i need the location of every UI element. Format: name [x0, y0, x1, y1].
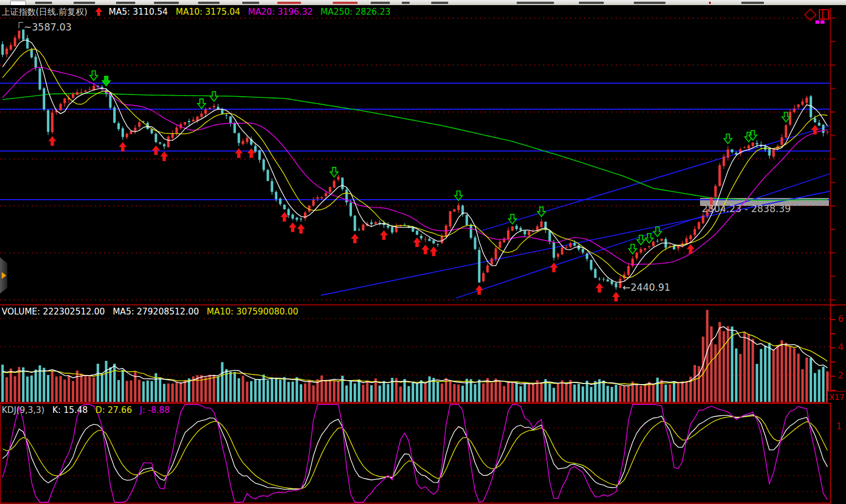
kdj-panel: KDJ(9,3,3) K: 15.48 D: 27.66 J: -8.88 1	[0, 403, 846, 504]
buy-signal-arrow	[811, 125, 819, 135]
sidebar-expand-tab[interactable]	[0, 257, 7, 294]
candle-body	[519, 228, 522, 230]
buy-signal-arrow	[281, 212, 289, 222]
candle-body	[797, 105, 800, 107]
menu-item-fragment[interactable]	[634, 2, 665, 4]
volume-bar	[43, 368, 45, 403]
volume-bar	[200, 375, 203, 403]
menu-item-fragment[interactable]	[431, 2, 448, 4]
volume-bar	[175, 382, 178, 403]
candle-body	[113, 107, 115, 123]
candle-body	[200, 114, 203, 117]
kdj-canvas[interactable]	[0, 403, 846, 504]
volume-bar	[436, 382, 439, 403]
menu-item-fragment[interactable]	[517, 2, 554, 4]
volume-bar	[457, 385, 459, 403]
magenta-indicator	[815, 20, 819, 24]
candle-body	[35, 57, 37, 68]
main-chart-canvas[interactable]	[0, 5, 846, 304]
volume-ma10-value: MA10: 307590080.00	[207, 307, 298, 317]
volume-bar	[793, 348, 795, 403]
candle-body	[685, 238, 688, 243]
candle-body	[528, 231, 530, 235]
volume-bar	[706, 310, 708, 403]
candle-body	[51, 113, 53, 132]
volume-bar	[420, 380, 422, 403]
candle-body	[735, 153, 737, 154]
menu-item-fragment[interactable]	[709, 2, 711, 4]
volume-bar	[723, 331, 725, 403]
sell-signal-arrow	[637, 235, 645, 245]
volume-bar	[785, 343, 787, 403]
candle-body	[213, 106, 215, 107]
x-scale-button[interactable]: X17	[827, 391, 846, 403]
candle-body	[26, 38, 28, 49]
candle-body	[1, 44, 3, 55]
sell-signal-arrow	[724, 134, 732, 144]
menu-item-fragment[interactable]	[741, 2, 764, 4]
volume-bar	[441, 384, 443, 403]
candle-body	[358, 230, 360, 230]
volume-bar	[151, 381, 153, 403]
candle-body	[117, 123, 119, 129]
sell-signal-arrow	[629, 244, 637, 254]
volume-bar	[122, 370, 124, 403]
menu-item-fragment[interactable]	[116, 2, 135, 4]
volume-bar	[590, 387, 592, 403]
buy-signal-arrow	[422, 244, 430, 254]
sell-signal-arrow	[197, 99, 205, 109]
menu-item-fragment[interactable]	[333, 2, 358, 4]
volume-axis-label-2: 2	[838, 371, 844, 381]
candle-body	[814, 118, 816, 122]
volume-value: VOLUME: 222302512.00	[2, 307, 105, 317]
volume-canvas[interactable]	[0, 305, 846, 403]
volume-bar	[10, 368, 12, 403]
candle-body	[84, 91, 87, 92]
volume-bar	[776, 346, 779, 403]
candle-body	[457, 205, 459, 210]
menu-item-fragment[interactable]	[74, 2, 95, 4]
peak-tick-mark	[19, 22, 23, 28]
volume-bar	[97, 364, 99, 403]
menu-item-fragment[interactable]	[242, 2, 259, 4]
window-layout-icon[interactable]	[819, 9, 829, 20]
volume-bar	[751, 339, 754, 403]
menu-item-fragment[interactable]	[371, 2, 390, 4]
candle-body	[63, 98, 66, 103]
menu-item-fragment[interactable]	[35, 2, 52, 4]
volume-axis-label-6: 6	[838, 314, 844, 324]
candle-body	[411, 227, 414, 231]
volume-bar	[350, 381, 352, 403]
volume-bar	[411, 382, 414, 403]
candle-body	[751, 143, 754, 146]
menu-item-fragment[interactable]	[198, 2, 220, 4]
volume-bar	[188, 378, 190, 403]
candle-body	[573, 243, 576, 245]
volume-bar	[760, 349, 762, 403]
volume-bar	[80, 373, 82, 403]
menu-item-fragment[interactable]	[579, 2, 604, 4]
candles-group	[1, 29, 828, 290]
volume-bar	[561, 380, 563, 403]
sell-signal-arrow	[210, 92, 218, 101]
kdj-j-line	[3, 404, 828, 502]
candle-body	[138, 122, 140, 127]
candle-body	[689, 235, 692, 239]
volume-bar	[619, 386, 621, 403]
volume-bar	[499, 381, 501, 403]
volume-bar	[171, 384, 174, 403]
menu-item-fragment[interactable]	[277, 2, 301, 4]
main-chart-panel: 上证指数(日线.前复权) MA5: 3110.54 MA10: 3175.04 …	[0, 5, 846, 304]
candle-body	[719, 165, 721, 186]
candle-body	[291, 214, 294, 218]
kdj-d-line	[3, 416, 828, 489]
ma20-line	[3, 67, 828, 265]
candle-body	[577, 245, 579, 249]
menu-item-fragment[interactable]	[154, 2, 179, 4]
candle-body	[295, 218, 298, 220]
menu-item-fragment[interactable]	[402, 2, 410, 4]
candle-body	[188, 121, 190, 122]
candle-body	[122, 128, 124, 137]
volume-bar	[279, 380, 281, 403]
volume-bar	[797, 354, 800, 403]
